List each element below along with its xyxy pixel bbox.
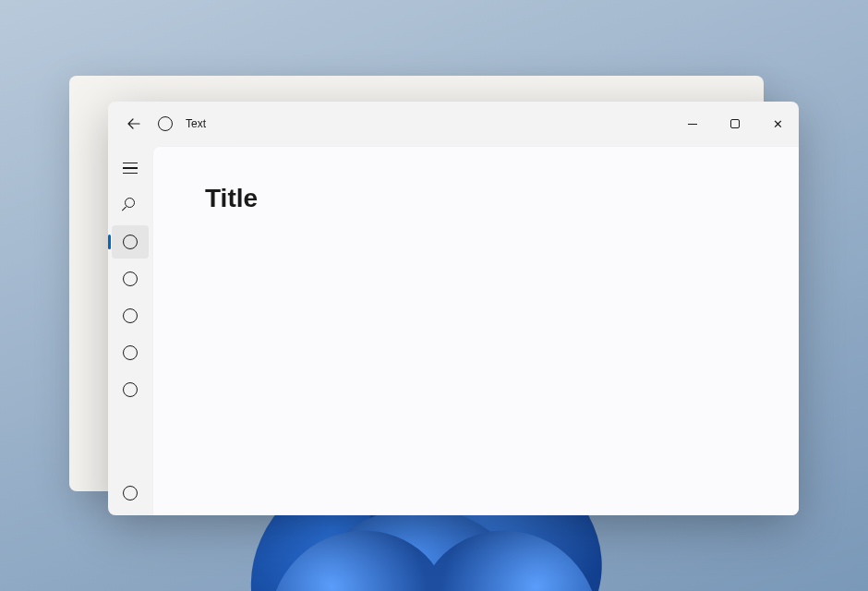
circle-icon	[123, 382, 138, 397]
window-body: Title	[108, 146, 799, 515]
minimize-button[interactable]	[671, 109, 714, 139]
nav-item-5[interactable]	[112, 373, 149, 406]
window-title: Text	[186, 117, 206, 130]
navigation-pane	[108, 146, 152, 515]
circle-icon	[123, 308, 138, 323]
circle-icon	[123, 486, 138, 501]
nav-hamburger-button[interactable]	[112, 151, 149, 185]
circle-icon	[123, 271, 138, 286]
search-icon	[123, 198, 138, 212]
content-area: Title	[152, 146, 799, 515]
caption-buttons: ✕	[671, 109, 799, 139]
maximize-button[interactable]	[714, 109, 756, 139]
nav-footer-item[interactable]	[112, 476, 149, 510]
back-button[interactable]	[115, 107, 152, 140]
hamburger-icon	[123, 163, 138, 174]
circle-icon	[158, 116, 173, 131]
nav-item-4[interactable]	[112, 336, 149, 369]
titlebar[interactable]: Text ✕	[108, 102, 799, 146]
page-title: Title	[205, 184, 747, 213]
nav-item-3[interactable]	[112, 299, 149, 332]
nav-item-2[interactable]	[112, 262, 149, 296]
maximize-icon	[730, 119, 740, 128]
app-icon	[158, 116, 173, 131]
close-icon: ✕	[773, 118, 783, 130]
circle-icon	[123, 345, 138, 360]
back-arrow-icon	[127, 117, 140, 130]
nav-search-button[interactable]	[112, 188, 149, 222]
minimize-icon	[688, 124, 697, 125]
close-button[interactable]: ✕	[756, 109, 799, 139]
app-window: Text ✕	[108, 102, 799, 515]
nav-item-1[interactable]	[112, 225, 149, 259]
circle-icon	[123, 235, 138, 249]
